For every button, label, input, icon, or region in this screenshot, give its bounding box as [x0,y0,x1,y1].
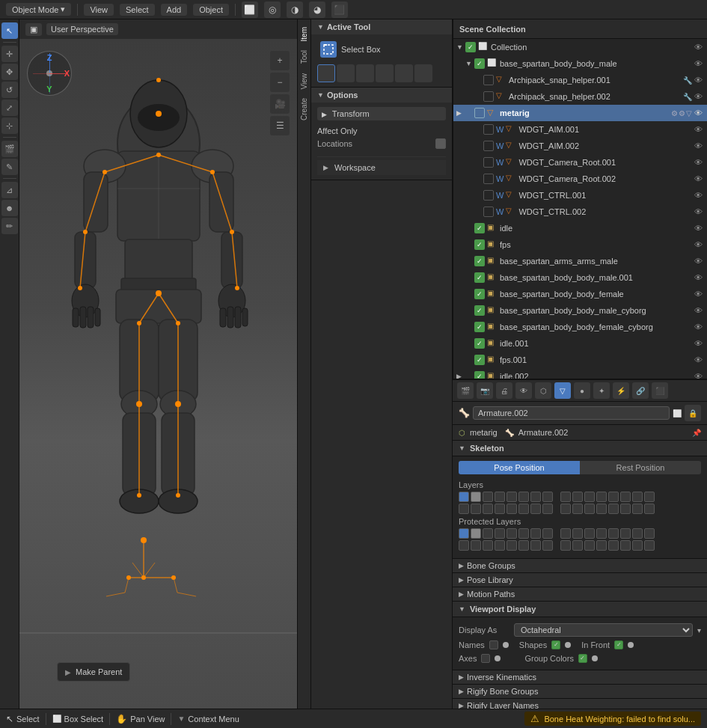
layer-1[interactable] [459,492,469,502]
cb-cyborg[interactable]: ✓ [474,305,485,316]
player-2[interactable] [471,528,481,539]
layer-32[interactable] [644,504,655,514]
layer-13[interactable] [608,492,619,502]
layer-3[interactable] [483,492,493,502]
viewport-shading-1[interactable]: ◎ [264,1,281,18]
player-26[interactable] [572,540,583,551]
viewport-editor-btn[interactable]: ▣ [25,23,42,36]
layer-2[interactable] [471,492,481,502]
eye-metarig[interactable]: 👁 [692,107,704,119]
layer-5[interactable] [506,492,517,502]
tool-scale[interactable]: ⤢ [1,100,18,116]
ik-row[interactable]: ▶ Inverse Kinematics [453,670,707,684]
tool-transform[interactable]: ⊹ [1,117,18,134]
active-tool-header[interactable]: ▼ Active Tool [311,19,452,34]
bone-groups-row[interactable]: ▶ Bone Groups [453,558,707,572]
scene-item-body001[interactable]: ✓ ▣ base_spartan_body_body_male.001 👁 [453,269,707,286]
viewport-3d[interactable]: ▣ User Perspective (0) base_spartan_body… [19,19,297,709]
strip-tool[interactable]: Tool [299,46,310,68]
names-checkbox[interactable] [489,640,498,649]
scene-item-wdgt6[interactable]: W ▽ WDGT_CTRL.002 👁 [453,204,707,220]
layer-27[interactable] [584,504,595,514]
select-menu[interactable]: Select [120,4,155,16]
layer-24[interactable] [542,504,553,514]
prop-tab-render[interactable]: 📷 [477,382,493,399]
eye-arch2[interactable]: 👁 [692,91,704,103]
scene-item-female[interactable]: ✓ ▣ base_spartan_body_body_female 👁 [453,286,707,302]
player-8[interactable] [542,528,553,539]
transform-expand-btn[interactable]: ▶ Transform [317,107,446,120]
group-colors-checkbox[interactable] [578,654,587,663]
layer-16[interactable] [644,492,655,502]
cb-arms[interactable]: ✓ [474,256,485,266]
viewport-shading-2[interactable]: ◑ [287,1,303,18]
layer-8[interactable] [542,492,553,502]
cb-fps[interactable]: ✓ [474,239,485,250]
player-3[interactable] [483,528,493,539]
player-17[interactable] [459,540,469,551]
cb-wdgt5[interactable] [483,190,494,201]
in-front-checkbox[interactable] [614,640,623,649]
layer-6[interactable] [518,492,529,502]
scene-item-arch2[interactable]: ▽ Archipack_snap_helper.002 🔧 👁 [453,88,707,105]
prop-tab-view[interactable]: 👁 [515,382,532,399]
player-31[interactable] [632,540,643,551]
layer-4[interactable] [495,492,505,502]
player-16[interactable] [644,528,655,539]
viewport-gizmo[interactable]: Z X Y [27,51,76,100]
cb-collection[interactable]: ✓ [465,42,476,52]
tool-grid-item-1[interactable] [317,64,335,82]
eye-wdgt3[interactable]: 👁 [692,156,704,168]
player-25[interactable] [560,540,571,551]
tool-annotate[interactable]: ✎ [1,159,18,175]
eye-arch1[interactable]: 👁 [692,74,704,86]
strip-item[interactable]: Item [299,22,310,46]
viewport-shading-4[interactable]: ⬛ [331,1,348,18]
nav-zoom-in[interactable]: + [270,51,290,70]
layer-10[interactable] [572,492,583,502]
eye-wdgt4[interactable]: 👁 [692,173,704,185]
select-box-item[interactable]: Select Box [317,39,446,60]
layer-12[interactable] [596,492,607,502]
eye-fps[interactable]: 👁 [692,239,704,251]
layer-19[interactable] [483,504,493,514]
eye-wdgt1[interactable]: 👁 [692,123,704,135]
player-11[interactable] [584,528,595,539]
tool-grid-item-4[interactable] [376,64,394,82]
layer-28[interactable] [596,504,607,514]
scene-item-wdgt2[interactable]: W ▽ WDGT_AIM.002 👁 [453,138,707,154]
layer-31[interactable] [632,504,643,514]
locations-checkbox[interactable] [435,138,446,149]
scene-item-fps[interactable]: ✓ ▣ fps 👁 [453,236,707,253]
cb-wdgt3[interactable] [483,157,494,168]
scene-item-arch1[interactable]: ▽ Archipack_snap_helper.001 🔧 👁 [453,72,707,88]
layer-17[interactable] [459,504,469,514]
scene-item-wdgt1[interactable]: W ▽ WDGT_AIM.001 👁 [453,121,707,138]
player-28[interactable] [596,540,607,551]
eye-spartan[interactable]: 👁 [692,58,704,70]
eye-idle002[interactable]: 👁 [692,370,704,379]
tool-select[interactable]: ↖ [1,22,18,39]
pose-position-btn[interactable]: Pose Position [459,461,580,474]
tool-grease[interactable]: ✏ [1,218,18,234]
player-13[interactable] [608,528,619,539]
view-menu[interactable]: View [84,4,114,16]
layer-7[interactable] [530,492,541,502]
motion-paths-row[interactable]: ▶ Motion Paths [453,587,707,601]
shapes-checkbox[interactable] [551,640,560,649]
cb-arch1[interactable] [483,75,494,85]
eye-idle[interactable]: 👁 [692,222,704,234]
tool-grid-item-3[interactable] [356,64,374,82]
strip-create[interactable]: Create [299,94,310,125]
scene-item-metarig[interactable]: ▶ ▽ metarig ⚙ ⚙ ▽ 👁 [453,105,707,121]
player-10[interactable] [572,528,583,539]
eye-idle001[interactable]: 👁 [692,337,704,349]
prop-tab-object[interactable]: ⬡ [535,382,551,399]
player-23[interactable] [530,540,541,551]
player-18[interactable] [471,540,481,551]
player-5[interactable] [506,528,517,539]
prop-tab-scene[interactable]: 🎬 [457,382,474,399]
layer-25[interactable] [560,504,571,514]
layer-14[interactable] [620,492,631,502]
player-21[interactable] [506,540,517,551]
